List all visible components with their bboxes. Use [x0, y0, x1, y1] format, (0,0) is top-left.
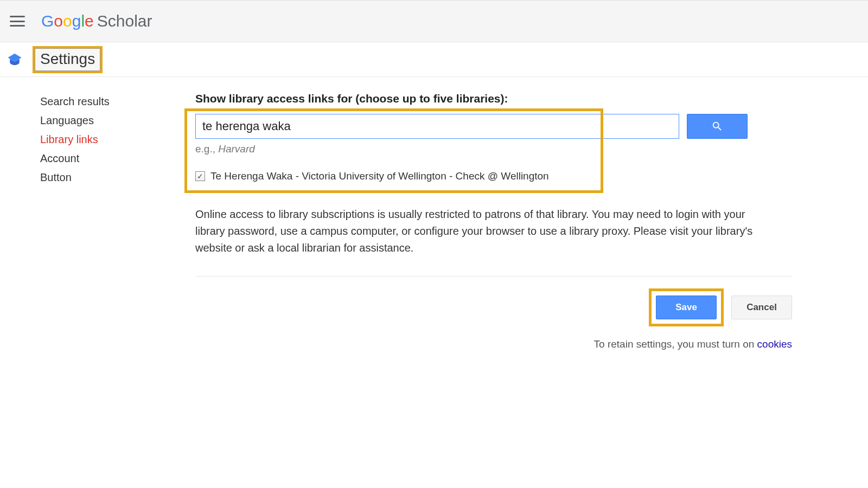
google-scholar-logo[interactable]: Google Scholar	[41, 12, 152, 30]
search-hint: e.g., Harvard	[195, 143, 792, 155]
sidebar-item-account[interactable]: Account	[40, 149, 195, 168]
subheader-bar: Settings	[0, 42, 868, 77]
cookie-note-text: To retain settings, you must turn on	[594, 338, 757, 350]
page-title: Settings	[40, 50, 95, 67]
library-info-text: Online access to library subscriptions i…	[195, 206, 770, 256]
top-bar: Google Scholar	[0, 0, 868, 42]
search-icon	[711, 120, 723, 132]
cookie-note: To retain settings, you must turn on coo…	[195, 338, 792, 350]
save-button-highlight: Save	[649, 288, 724, 326]
save-button[interactable]: Save	[656, 296, 717, 319]
scholar-cap-icon	[7, 52, 23, 68]
cookies-link[interactable]: cookies	[757, 338, 792, 350]
hamburger-menu-icon[interactable]	[10, 16, 25, 27]
button-row: Save Cancel	[195, 288, 792, 326]
scholar-logo-text: Scholar	[97, 12, 152, 30]
settings-sidebar: Search results Languages Library links A…	[0, 92, 195, 350]
library-result-checkbox[interactable]: ✓	[195, 171, 205, 181]
library-result-label: Te Herenga Waka - Victoria University of…	[210, 170, 549, 182]
divider	[195, 276, 792, 277]
settings-title-highlight: Settings	[33, 46, 103, 73]
hint-example: Harvard	[218, 143, 255, 155]
library-result-row[interactable]: ✓ Te Herenga Waka - Victoria University …	[195, 170, 792, 182]
sidebar-item-button[interactable]: Button	[40, 168, 195, 187]
cancel-button[interactable]: Cancel	[731, 296, 792, 319]
sidebar-item-search-results[interactable]: Search results	[40, 92, 195, 111]
library-search-button[interactable]	[687, 114, 748, 139]
library-links-heading: Show library access links for (choose up…	[195, 92, 792, 105]
hint-prefix: e.g.,	[195, 143, 218, 155]
sidebar-item-library-links[interactable]: Library links	[40, 130, 195, 149]
sidebar-item-languages[interactable]: Languages	[40, 111, 195, 130]
main-content: Show library access links for (choose up…	[195, 92, 868, 350]
library-search-input[interactable]	[195, 114, 679, 139]
